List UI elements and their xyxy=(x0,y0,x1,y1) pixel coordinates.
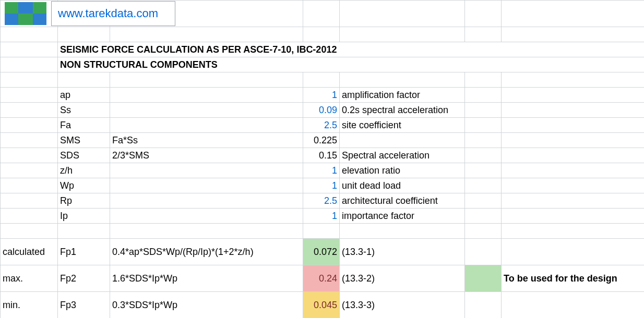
param-formula[interactable]: 2/3*SMS xyxy=(110,148,303,163)
fp2-value[interactable]: 0.24 xyxy=(303,265,340,292)
param-sym[interactable]: Rp xyxy=(58,193,110,209)
fp3-value[interactable]: 0.045 xyxy=(303,292,340,319)
site-url[interactable]: www.tarekdata.com xyxy=(58,7,158,20)
param-desc: 0.2s spectral acceleration xyxy=(340,103,465,118)
svg-rect-1 xyxy=(18,2,33,14)
fp1-ref: (13.3-1) xyxy=(340,239,465,265)
param-sym[interactable]: ap xyxy=(58,88,110,103)
url-box: www.tarekdata.com xyxy=(51,1,175,26)
design-note: To be used for the design xyxy=(502,265,645,292)
param-value[interactable]: 1 xyxy=(303,88,340,103)
fp2-formula[interactable]: 1.6*SDS*Ip*Wp xyxy=(110,265,303,292)
legend-swatch xyxy=(465,265,502,292)
fp2-ref: (13.3-2) xyxy=(340,265,465,292)
param-value[interactable]: 1 xyxy=(303,178,340,193)
fp1-formula[interactable]: 0.4*ap*SDS*Wp/(Rp/Ip)*(1+2*z/h) xyxy=(110,239,303,265)
fp2-sym[interactable]: Fp2 xyxy=(58,265,110,292)
logo-icon xyxy=(5,2,46,25)
param-desc xyxy=(340,133,465,148)
param-sym[interactable]: Fa xyxy=(58,118,110,133)
param-desc: site coefficient xyxy=(340,118,465,133)
spreadsheet-view: www.tarekdata.com xyxy=(0,0,644,318)
param-value[interactable]: 1 xyxy=(303,209,340,224)
logo-cell xyxy=(1,1,58,27)
param-desc: Spectral acceleration xyxy=(340,148,465,163)
svg-rect-2 xyxy=(33,2,46,14)
fp3-sym[interactable]: Fp3 xyxy=(58,292,110,319)
param-formula[interactable] xyxy=(110,163,303,178)
param-formula[interactable] xyxy=(110,193,303,209)
svg-rect-0 xyxy=(5,2,18,14)
param-formula[interactable] xyxy=(110,103,303,118)
param-sym[interactable]: Ip xyxy=(58,209,110,224)
param-desc: elevation ratio xyxy=(340,163,465,178)
param-formula[interactable]: Fa*Ss xyxy=(110,133,303,148)
param-value[interactable]: 0.225 xyxy=(303,133,340,148)
param-value[interactable]: 0.15 xyxy=(303,148,340,163)
fp2-label: max. xyxy=(1,265,58,292)
param-formula[interactable] xyxy=(110,209,303,224)
grid[interactable]: SEISMIC FORCE CALCULATION AS PER ASCE-7-… xyxy=(0,0,644,318)
param-formula[interactable] xyxy=(110,88,303,103)
param-sym[interactable]: Ss xyxy=(58,103,110,118)
param-value[interactable]: 2.5 xyxy=(303,193,340,209)
page-title-2: NON STRUCTURAL COMPONENTS xyxy=(58,57,645,72)
param-value[interactable]: 0.09 xyxy=(303,103,340,118)
param-value[interactable]: 2.5 xyxy=(303,118,340,133)
svg-rect-3 xyxy=(5,14,18,25)
param-sym[interactable]: Wp xyxy=(58,178,110,193)
param-sym[interactable]: SMS xyxy=(58,133,110,148)
param-desc: amplification factor xyxy=(340,88,465,103)
svg-rect-5 xyxy=(33,14,46,25)
param-sym[interactable]: z/h xyxy=(58,163,110,178)
param-value[interactable]: 1 xyxy=(303,163,340,178)
param-desc: importance factor xyxy=(340,209,465,224)
fp1-value[interactable]: 0.072 xyxy=(303,239,340,265)
param-formula[interactable] xyxy=(110,178,303,193)
fp3-ref: (13.3-3) xyxy=(340,292,465,319)
page-title-1: SEISMIC FORCE CALCULATION AS PER ASCE-7-… xyxy=(58,42,645,57)
fp1-sym[interactable]: Fp1 xyxy=(58,239,110,265)
fp3-label: min. xyxy=(1,292,58,319)
param-formula[interactable] xyxy=(110,118,303,133)
svg-rect-4 xyxy=(18,14,33,25)
param-desc: unit dead load xyxy=(340,178,465,193)
fp1-label: calculated xyxy=(1,239,58,265)
param-sym[interactable]: SDS xyxy=(58,148,110,163)
param-desc: architectural coefficient xyxy=(340,193,465,209)
fp3-formula[interactable]: 0.3*SDS*Ip*Wp xyxy=(110,292,303,319)
